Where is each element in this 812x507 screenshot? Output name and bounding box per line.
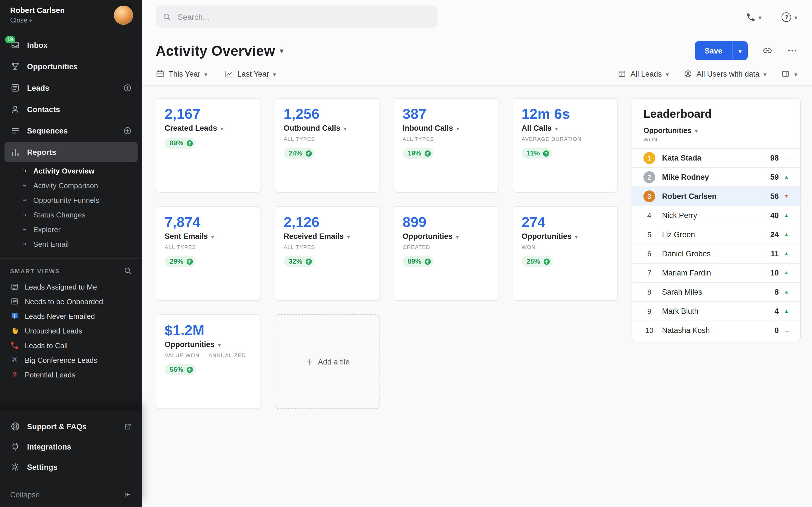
sidebar-item-label: Integrations	[27, 443, 71, 451]
date-range-filter[interactable]: This Year	[156, 69, 207, 78]
smart-view-potential-leads[interactable]: Potential Leads	[0, 367, 142, 382]
rank-number: 6	[644, 249, 655, 258]
sidebar-item-support[interactable]: Support & FAQs	[4, 416, 138, 437]
tile-metric-selector[interactable]: All Calls	[522, 124, 609, 132]
tile-metric-selector[interactable]: Received Emails	[284, 232, 371, 240]
leaderboard-row[interactable]: 6 Daniel Grobes 11	[632, 244, 800, 263]
tile-label: Outbound Calls	[284, 124, 340, 132]
org-switcher[interactable]: Close	[10, 16, 65, 24]
trend-down-icon	[781, 194, 789, 199]
account-switcher[interactable]: Robert Carlsen Close	[0, 0, 142, 29]
reports-submenu: Activity Overview Activity Comparison Op…	[0, 162, 142, 256]
tile-value: 2,167	[165, 106, 252, 122]
submenu-item-sent-email[interactable]: Sent Email	[0, 237, 142, 251]
leaderboard-row-current-user[interactable]: 3 Robert Carlsen 56	[632, 186, 800, 206]
search-input[interactable]	[176, 12, 431, 22]
chevron-down-icon	[739, 47, 742, 55]
metric-tile-inbound-calls: 387 Inbound Calls ALL TYPES 19%	[394, 98, 499, 193]
leaderboard-name: Sarah Miles	[662, 288, 702, 296]
leaderboard-row[interactable]: 9 Mark Bluth 4	[632, 301, 800, 321]
metric-tile-opportunities-value-won: $1.2M Opportunities VALUE WON — ANNUALIZ…	[156, 314, 261, 409]
tile-metric-selector[interactable]: Opportunities	[522, 232, 609, 240]
leaderboard-row[interactable]: 2 Mike Rodney 59	[632, 167, 800, 186]
delta-badge: 89%	[403, 256, 434, 267]
leaderboard-name: Robert Carlsen	[662, 192, 717, 201]
submenu-item-explorer[interactable]: Explorer	[0, 222, 142, 237]
tile-value: 2,126	[284, 214, 371, 230]
sidebar-item-label: Inbox	[27, 41, 48, 49]
search-bar[interactable]	[156, 6, 438, 27]
add-lead-icon[interactable]	[123, 83, 132, 93]
leaderboard-row[interactable]: 8 Sarah Miles 8	[632, 282, 800, 301]
tile-metric-selector[interactable]: Opportunities	[403, 232, 490, 240]
share-link-icon[interactable]	[762, 46, 772, 56]
tile-metric-selector[interactable]: Created Leads	[165, 124, 252, 132]
delta-value: 32%	[289, 258, 302, 266]
leads-filter[interactable]: All Leads	[617, 69, 669, 78]
columns-toggle[interactable]	[781, 69, 797, 78]
tile-metric-selector[interactable]: Outbound Calls	[284, 124, 371, 132]
metric-tiles-grid: 2,167 Created Leads 89% 1,256 Outbound C…	[156, 98, 618, 409]
sidebar-item-inbox[interactable]: 19 Inbox	[4, 35, 138, 55]
smart-view-leads-assigned-to-me[interactable]: Leads Assigned to Me	[0, 279, 142, 294]
chevron-down-icon	[218, 340, 221, 349]
submenu-item-opportunity-funnels[interactable]: Opportunity Funnels	[0, 193, 142, 207]
smart-views-search-icon[interactable]	[123, 267, 132, 275]
sidebar-item-settings[interactable]: Settings	[4, 457, 138, 477]
trend-up-icon	[781, 175, 789, 180]
submenu-item-activity-overview[interactable]: Activity Overview	[0, 163, 142, 178]
tile-metric-selector[interactable]: Sent Emails	[165, 232, 252, 240]
smart-view-label: Untouched Leads	[25, 327, 82, 335]
leaderboard-value: 40	[770, 211, 779, 220]
help-menu[interactable]	[782, 12, 797, 22]
smart-view-untouched-leads[interactable]: Untouched Leads	[0, 323, 142, 338]
tile-metric-selector[interactable]: Opportunities	[165, 340, 252, 349]
leaderboard-submetric: WON	[632, 136, 800, 143]
submenu-item-status-changes[interactable]: Status Changes	[0, 207, 142, 222]
comparison-filter[interactable]: Last Year	[224, 69, 276, 78]
leaderboard-row[interactable]: 7 Mariam Fardin 10	[632, 263, 800, 282]
trophy-icon	[10, 61, 20, 71]
phone-menu[interactable]	[746, 12, 762, 22]
leaderboard-row[interactable]: 10 Natasha Kosh 0	[632, 321, 800, 340]
save-options-button[interactable]	[732, 41, 748, 60]
smart-views-header: SMART VIEWS	[0, 263, 142, 277]
more-options-icon[interactable]	[787, 46, 797, 56]
add-tile-label: Add a tile	[318, 357, 350, 366]
leaderboard-row[interactable]: 4 Nick Perry 40	[632, 206, 800, 225]
leads-filter-value: All Leads	[630, 69, 662, 78]
collapse-icon	[123, 490, 132, 499]
sidebar-item-opportunities[interactable]: Opportunities	[4, 56, 138, 76]
trend-up-icon	[186, 366, 193, 374]
users-filter[interactable]: All Users with data	[683, 69, 767, 78]
leaderboard-row[interactable]: 5 Liz Green 24	[632, 225, 800, 244]
collapse-sidebar-button[interactable]: Collapse	[0, 482, 142, 507]
avatar[interactable]	[114, 6, 133, 25]
tile-value: 387	[403, 106, 490, 122]
smart-view-leads-to-call[interactable]: Leads to Call	[0, 338, 142, 353]
chevron-down-icon	[555, 124, 558, 132]
add-sequence-icon[interactable]	[123, 126, 132, 135]
leaderboard-row[interactable]: 1 Kata Stada 98	[632, 148, 800, 167]
trend-up-icon	[305, 150, 312, 157]
sidebar-item-reports[interactable]: Reports	[4, 142, 138, 162]
elbow-arrow-icon	[21, 196, 28, 204]
smart-views-list: Leads Assigned to Me Needs to be Onboard…	[0, 277, 142, 411]
sidebar-item-sequences[interactable]: Sequences	[4, 121, 138, 141]
sidebar-item-integrations[interactable]: Integrations	[4, 437, 138, 457]
leaderboard-metric-selector[interactable]: Opportunities	[632, 126, 800, 135]
leaderboard-value: 24	[770, 230, 779, 239]
add-tile-button[interactable]: Add a tile	[274, 314, 380, 409]
sidebar-item-leads[interactable]: Leads	[4, 78, 138, 98]
smart-view-needs-onboarding[interactable]: Needs to be Onboarded	[0, 294, 142, 309]
tile-label: Opportunities	[522, 232, 571, 240]
sidebar-item-contacts[interactable]: Contacts	[4, 99, 138, 119]
save-button[interactable]: Save	[695, 41, 732, 60]
report-title-menu-chevron[interactable]	[280, 46, 284, 56]
smart-view-leads-never-emailed[interactable]: Leads Never Emailed	[0, 309, 142, 323]
smart-view-big-conference-leads[interactable]: Big Conference Leads	[0, 353, 142, 367]
submenu-item-activity-comparison[interactable]: Activity Comparison	[0, 178, 142, 193]
tile-metric-selector[interactable]: Inbound Calls	[403, 124, 490, 132]
hand-icon	[10, 326, 19, 335]
red-phone-icon	[10, 341, 19, 350]
